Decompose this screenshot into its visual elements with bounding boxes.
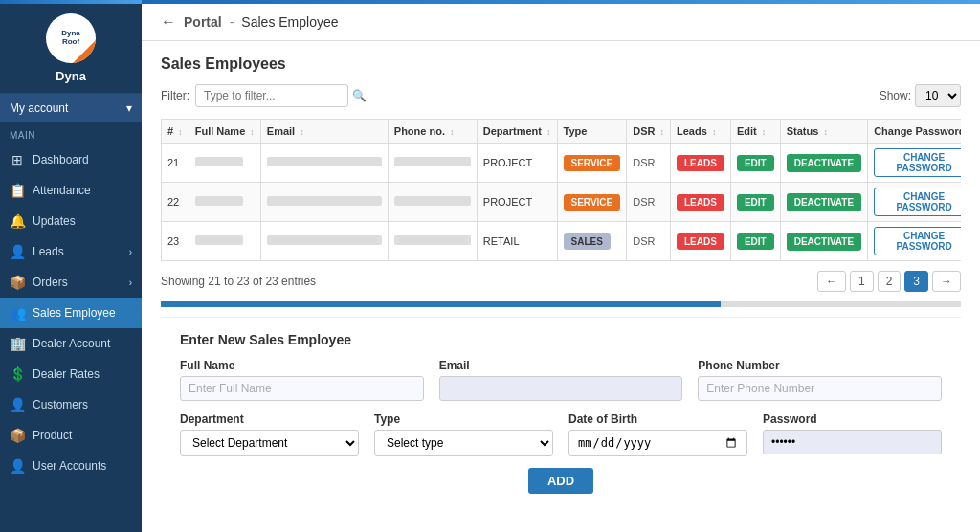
sidebar-item-orders[interactable]: 📦 Orders ›	[0, 267, 142, 298]
change-password-button[interactable]: CHANGE PASSWORD	[874, 148, 961, 177]
sidebar-item-dealer-rates[interactable]: 💲 Dealer Rates	[0, 359, 142, 389]
dob-input[interactable]	[568, 430, 747, 456]
sidebar-item-attendance[interactable]: 📋 Attendance	[0, 175, 142, 206]
cell-leads: LEADS	[671, 183, 731, 222]
col-leads: Leads ↕	[671, 120, 731, 144]
sidebar-item-updates[interactable]: 🔔 Updates	[0, 206, 142, 236]
type-label: Type	[374, 412, 553, 426]
cell-id: 23	[162, 222, 189, 261]
cell-status: DEACTIVATE	[780, 222, 867, 261]
cell-phone	[388, 144, 477, 183]
deactivate-button[interactable]: DEACTIVATE	[787, 233, 861, 251]
pagination-info: Showing 21 to 23 of 23 entries	[161, 275, 316, 288]
table-row: 22 PROJECT SERVICE DSR LEADS EDIT DEACTI…	[162, 183, 962, 222]
my-account-label: My account	[10, 101, 68, 115]
add-button[interactable]: ADD	[528, 468, 593, 494]
sidebar-item-sales-employee[interactable]: 👥 Sales Employee	[0, 298, 142, 328]
cell-id: 22	[162, 183, 189, 222]
type-sales-button[interactable]: SALES	[564, 233, 611, 250]
updates-icon: 🔔	[10, 213, 25, 229]
email-input[interactable]	[439, 376, 683, 401]
page-2-button[interactable]: 2	[878, 271, 902, 292]
col-edit: Edit ↕	[730, 120, 780, 144]
page-heading: Sales Employees	[161, 55, 961, 73]
password-field: Password	[763, 412, 942, 456]
cell-dsr: DSR	[627, 144, 671, 183]
cell-type: SALES	[557, 222, 627, 261]
table-row: 21 PROJECT SERVICE DSR LEADS EDIT DEACTI…	[162, 144, 962, 183]
col-changepw: Change Password ↕	[868, 120, 961, 144]
orders-icon: 📦	[10, 275, 25, 290]
back-button[interactable]: ←	[161, 13, 176, 31]
form-heading: Enter New Sales Employee	[180, 332, 942, 347]
cell-edit: EDIT	[730, 222, 780, 261]
filter-input[interactable]	[195, 84, 348, 107]
change-password-button[interactable]: CHANGE PASSWORD	[874, 227, 961, 255]
sidebar-item-user-accounts[interactable]: 👤 User Accounts	[0, 451, 142, 481]
col-type: Type	[557, 120, 627, 144]
page-1-button[interactable]: 1	[850, 271, 874, 292]
col-email: Email ↕	[260, 120, 388, 144]
cell-status: DEACTIVATE	[780, 144, 867, 183]
user-accounts-icon: 👤	[10, 458, 25, 474]
next-page-button[interactable]: →	[932, 271, 961, 292]
leads-button[interactable]: LEADS	[677, 194, 724, 211]
phone-input[interactable]	[698, 376, 942, 401]
cell-fullname	[189, 144, 260, 183]
cell-dsr: DSR	[627, 183, 671, 222]
deactivate-button[interactable]: DEACTIVATE	[787, 193, 861, 211]
sidebar-item-dashboard[interactable]: ⊞ Dashboard	[0, 144, 142, 175]
cell-edit: EDIT	[730, 183, 780, 222]
edit-button[interactable]: EDIT	[737, 233, 774, 250]
sidebar-item-product[interactable]: 📦 Product	[0, 420, 142, 451]
prev-page-button[interactable]: ←	[817, 271, 846, 292]
arrow-icon: ›	[129, 247, 132, 257]
edit-button[interactable]: EDIT	[737, 155, 774, 171]
type-service-button[interactable]: SERVICE	[564, 194, 621, 211]
show-select[interactable]: 10 25 50	[915, 84, 961, 107]
change-password-button[interactable]: CHANGE PASSWORD	[874, 188, 961, 216]
cell-changepw: CHANGE PASSWORD	[868, 183, 961, 222]
arrow-icon: ›	[129, 277, 132, 288]
type-service-button[interactable]: SERVICE	[564, 155, 621, 171]
full-name-input[interactable]	[180, 376, 424, 401]
add-btn-row: ADD	[180, 468, 942, 494]
password-input[interactable]	[763, 430, 942, 454]
phone-field: Phone Number	[698, 359, 942, 401]
col-dsr: DSR ↕	[627, 120, 671, 144]
cell-fullname	[189, 222, 260, 261]
sidebar-item-dealer-account[interactable]: 🏢 Dealer Account	[0, 328, 142, 359]
sidebar-item-customers[interactable]: 👤 Customers	[0, 389, 142, 420]
filter-label: Filter:	[161, 89, 189, 102]
sidebar-item-leads[interactable]: 👤 Leads ›	[0, 236, 142, 267]
dob-field: Date of Birth	[568, 412, 747, 456]
top-bar: ← Portal - Sales Employee	[142, 4, 980, 41]
cell-edit: EDIT	[730, 144, 780, 183]
edit-button[interactable]: EDIT	[737, 194, 774, 211]
deactivate-button[interactable]: DEACTIVATE	[787, 154, 861, 172]
pagination-btns: ← 1 2 3 →	[817, 271, 961, 292]
type-select[interactable]: Select type	[374, 430, 553, 456]
sidebar-username: Dyna	[56, 69, 86, 83]
cell-type: SERVICE	[557, 144, 627, 183]
my-account-item[interactable]: My account ▾	[0, 94, 142, 122]
page-3-button[interactable]: 3	[904, 271, 928, 292]
form-section: Enter New Sales Employee Full Name Email…	[161, 317, 961, 508]
cell-changepw: CHANGE PASSWORD	[868, 222, 961, 261]
portal-label: Portal	[184, 14, 222, 30]
leads-button[interactable]: LEADS	[677, 155, 724, 171]
cell-dept: PROJECT	[477, 183, 557, 222]
product-icon: 📦	[10, 428, 25, 443]
cell-email	[260, 183, 388, 222]
cell-phone	[388, 222, 477, 261]
show-group: Show: 10 25 50	[880, 84, 961, 107]
filter-group: Filter: 🔍	[161, 84, 367, 107]
sidebar-item-label: Leads	[33, 245, 64, 258]
pagination-row: Showing 21 to 23 of 23 entries ← 1 2 3 →	[161, 271, 961, 292]
sidebar-logo: DynaRoof Dyna	[0, 4, 142, 94]
password-label: Password	[763, 412, 942, 426]
cell-leads: LEADS	[671, 222, 731, 261]
col-dept: Department ↕	[477, 120, 557, 144]
leads-button[interactable]: LEADS	[677, 233, 724, 250]
department-select[interactable]: Select Department	[180, 430, 359, 456]
